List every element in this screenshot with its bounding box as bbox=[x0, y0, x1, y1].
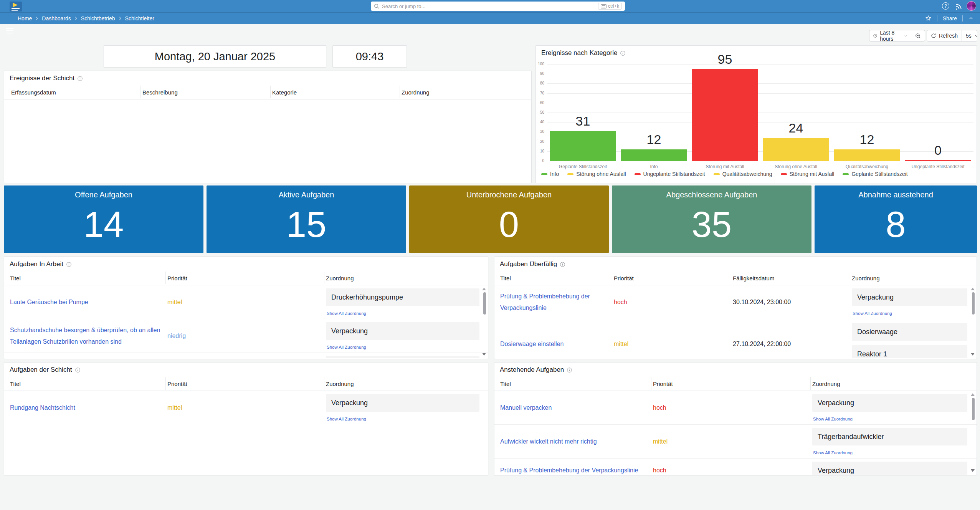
chart-bar bbox=[621, 149, 686, 161]
search-bar[interactable]: ctrl+k bbox=[371, 2, 625, 11]
legend-item[interactable]: Geplante Stillstandszeit bbox=[843, 171, 907, 177]
info-icon[interactable] bbox=[560, 262, 565, 267]
table-row: Prüfung & Problembehebung der Verpackung… bbox=[494, 285, 977, 319]
task-link[interactable]: Prüfung & Problembehebung der Verpackung… bbox=[500, 465, 638, 475]
scroll-down-arrow[interactable] bbox=[971, 469, 975, 472]
column-header[interactable]: Titel bbox=[10, 271, 21, 285]
scrollbar-thumb[interactable] bbox=[972, 398, 975, 420]
legend-item[interactable]: Info bbox=[541, 171, 559, 177]
assignment-chip bbox=[326, 356, 479, 358]
column-header[interactable]: Zuordnung bbox=[326, 376, 354, 391]
column-header[interactable]: Titel bbox=[500, 271, 511, 285]
y-axis-tick: 40 bbox=[536, 120, 544, 124]
x-axis-label: Info bbox=[618, 164, 689, 169]
column-header[interactable]: Priorität bbox=[167, 271, 187, 285]
info-icon[interactable] bbox=[620, 51, 625, 56]
task-link[interactable]: Dosierwaage einstellen bbox=[500, 338, 564, 350]
column-header[interactable]: Titel bbox=[500, 376, 511, 391]
date-panel: Montag, 20 Januar 2025 bbox=[104, 45, 326, 68]
breadcrumb-dashboard[interactable]: Schichtleiter bbox=[125, 15, 154, 22]
column-header[interactable]: Beschreibung bbox=[142, 85, 178, 99]
task-link[interactable]: Laute Geräusche bei Pumpe bbox=[10, 296, 88, 308]
menu-toggle-icon[interactable] bbox=[6, 28, 13, 33]
search-input[interactable] bbox=[382, 3, 595, 9]
panel-title: Aufgaben In Arbeit bbox=[10, 260, 63, 268]
column-header[interactable]: Zuordnung bbox=[812, 376, 840, 391]
info-icon[interactable] bbox=[78, 76, 83, 81]
y-axis-tick: 10 bbox=[536, 149, 544, 153]
refresh-interval-select[interactable]: 5s bbox=[962, 30, 977, 41]
breadcrumb-separator-icon bbox=[35, 16, 38, 21]
column-header[interactable]: Zuordnung bbox=[852, 271, 880, 285]
stat-value: 15 bbox=[286, 196, 327, 253]
column-header[interactable]: Titel bbox=[10, 376, 21, 391]
y-axis-tick: 60 bbox=[536, 101, 544, 105]
priority-value: mittel bbox=[614, 341, 628, 348]
column-header[interactable]: Priorität bbox=[614, 271, 634, 285]
shortcut-label: ctrl+k bbox=[608, 3, 619, 9]
task-link[interactable]: Aufwickler wickelt nicht mehr richtig bbox=[500, 436, 597, 447]
breadcrumb: Home Dashboards Schichtbetrieb Schichtle… bbox=[18, 15, 154, 22]
user-avatar[interactable] bbox=[967, 1, 976, 11]
column-header[interactable]: Erfassungsdatum bbox=[11, 85, 56, 99]
info-icon[interactable] bbox=[75, 368, 80, 373]
legend-label: Geplante Stillstandszeit bbox=[851, 171, 907, 177]
task-link[interactable]: Rundgang Nachtschicht bbox=[10, 402, 75, 414]
legend-item[interactable]: Störung ohne Ausfall bbox=[567, 171, 626, 177]
scroll-down-arrow[interactable] bbox=[482, 353, 486, 356]
bar-value-label: 12 bbox=[831, 132, 902, 147]
favorite-star-icon[interactable] bbox=[925, 15, 932, 22]
share-button[interactable]: Share bbox=[943, 15, 957, 22]
current-date: Montag, 20 Januar 2025 bbox=[104, 46, 326, 67]
show-all-link[interactable]: Show All Zuordnung bbox=[813, 450, 853, 455]
show-all-link[interactable]: Show All Zuordnung bbox=[327, 345, 366, 349]
x-axis-label: Störung mit Ausfall bbox=[689, 164, 760, 169]
legend-item[interactable]: Störung mit Ausfall bbox=[781, 171, 835, 177]
zoom-out-button[interactable] bbox=[911, 30, 925, 41]
legend-item[interactable]: Ungeplante Stillstandszeit bbox=[635, 171, 705, 177]
scroll-up-arrow[interactable] bbox=[971, 393, 975, 396]
show-all-link[interactable]: Show All Zuordnung bbox=[327, 417, 366, 421]
table-header: Titel Priorität Zuordnung bbox=[494, 376, 977, 391]
show-all-link[interactable]: Show All Zuordnung bbox=[327, 311, 366, 316]
scroll-up-arrow[interactable] bbox=[482, 288, 486, 290]
priority-value: mittel bbox=[653, 438, 668, 445]
show-all-link[interactable]: Show All Zuordnung bbox=[813, 417, 853, 421]
time-range-picker[interactable]: Last 8 hours bbox=[869, 30, 911, 41]
info-icon[interactable] bbox=[66, 262, 71, 267]
show-all-link[interactable]: Show All Zuordnung bbox=[853, 311, 892, 316]
info-icon[interactable] bbox=[567, 368, 572, 373]
x-axis-label: Ungeplante Stillstandszeit bbox=[902, 164, 973, 169]
column-header[interactable]: Fälligkeitsdatum bbox=[733, 271, 774, 285]
scroll-down-arrow[interactable] bbox=[971, 353, 975, 356]
task-link[interactable]: Prüfung & Problembehebung der Verpackung… bbox=[500, 291, 615, 314]
y-axis-tick: 20 bbox=[536, 139, 544, 144]
collapse-chevron-up-icon[interactable] bbox=[968, 15, 974, 21]
column-header[interactable]: Priorität bbox=[167, 376, 187, 391]
column-header[interactable]: Zuordnung bbox=[402, 85, 430, 99]
app-logo[interactable] bbox=[10, 2, 22, 12]
chevron-down-icon bbox=[974, 34, 977, 38]
task-link[interactable]: Manuell verpacken bbox=[500, 402, 552, 414]
column-header[interactable]: Zuordnung bbox=[326, 271, 354, 285]
column-header[interactable]: Kategorie bbox=[272, 85, 297, 99]
scrollbar-thumb[interactable] bbox=[972, 292, 975, 315]
chart-bar bbox=[834, 149, 899, 161]
task-link[interactable]: Schutzhandschuhe besorgen & überprüfen, … bbox=[10, 325, 164, 348]
legend-label: Störung mit Ausfall bbox=[790, 171, 835, 177]
breadcrumb-folder[interactable]: Schichtbetrieb bbox=[81, 15, 115, 22]
legend-label: Ungeplante Stillstandszeit bbox=[643, 171, 705, 177]
stat-value: 8 bbox=[886, 196, 906, 253]
scrollbar-thumb[interactable] bbox=[483, 292, 486, 315]
breadcrumb-home[interactable]: Home bbox=[18, 15, 32, 22]
help-icon[interactable]: ? bbox=[942, 2, 949, 10]
panel-title: Anstehende Aufgaben bbox=[500, 366, 564, 374]
refresh-button[interactable]: Refresh bbox=[927, 30, 962, 41]
legend-item[interactable]: Qualitätsabweichung bbox=[714, 171, 772, 177]
scroll-up-arrow[interactable] bbox=[971, 288, 975, 290]
assignment-chip: Druckerhöhungspumpe bbox=[326, 288, 479, 306]
breadcrumb-dashboards[interactable]: Dashboards bbox=[42, 15, 71, 22]
column-header[interactable]: Priorität bbox=[653, 376, 673, 391]
assignment-chip: Verpackung bbox=[326, 394, 479, 412]
news-rss-icon[interactable] bbox=[955, 3, 963, 10]
